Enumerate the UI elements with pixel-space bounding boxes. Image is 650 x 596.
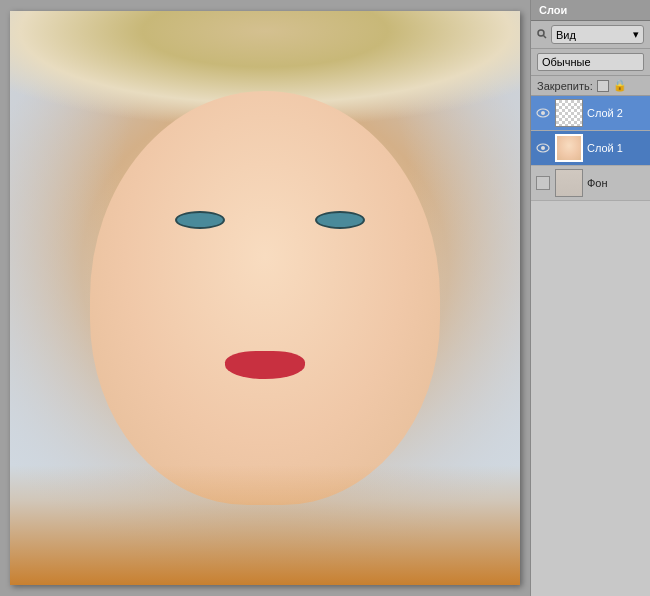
blend-mode-label: Обычные bbox=[542, 56, 591, 68]
search-dropdown-label: Вид bbox=[556, 29, 576, 41]
layers-panel: Слои Вид ▾ Обычные Закрепить: bbox=[531, 0, 650, 596]
svg-point-5 bbox=[541, 146, 545, 150]
fon-thumbnail bbox=[555, 169, 583, 197]
blend-mode-row: Обычные bbox=[531, 49, 650, 76]
layer2-name: Слой 2 bbox=[587, 107, 646, 119]
layer1-visibility[interactable] bbox=[535, 140, 551, 156]
fon-thumbnail-content bbox=[556, 170, 582, 196]
lock-icon: 🔒 bbox=[613, 79, 627, 92]
lock-row: Закрепить: 🔒 bbox=[531, 76, 650, 96]
search-dropdown[interactable]: Вид ▾ bbox=[551, 25, 644, 44]
panel-title: Слои bbox=[539, 4, 567, 16]
layer-item-layer1[interactable]: Слой 1 bbox=[531, 131, 650, 166]
eye-left bbox=[175, 211, 225, 229]
fon-name: Фон bbox=[587, 177, 646, 189]
panel-header: Слои bbox=[531, 0, 650, 21]
face-skin bbox=[90, 91, 440, 505]
svg-point-3 bbox=[541, 111, 545, 115]
fon-visibility[interactable] bbox=[535, 175, 551, 191]
lock-checkbox[interactable] bbox=[597, 80, 609, 92]
layer2-visibility[interactable] bbox=[535, 105, 551, 121]
layer1-thumbnail bbox=[555, 134, 583, 162]
lips bbox=[225, 351, 305, 379]
right-panel: Слои Вид ▾ Обычные Закрепить: bbox=[530, 0, 650, 596]
svg-line-1 bbox=[544, 35, 547, 38]
eye-right bbox=[315, 211, 365, 229]
layer2-thumbnail-checker bbox=[556, 100, 582, 126]
svg-point-0 bbox=[538, 30, 544, 36]
lock-label: Закрепить: bbox=[537, 80, 593, 92]
layer1-name: Слой 1 bbox=[587, 142, 646, 154]
layer-item-fon[interactable]: Фон bbox=[531, 166, 650, 201]
blend-mode-select[interactable]: Обычные bbox=[537, 53, 644, 71]
panel-search-row: Вид ▾ bbox=[531, 21, 650, 49]
layer-item-layer2[interactable]: Слой 2 bbox=[531, 96, 650, 131]
canvas-area bbox=[0, 0, 530, 596]
layer2-thumbnail bbox=[555, 99, 583, 127]
chevron-down-icon: ▾ bbox=[633, 28, 639, 41]
search-icon bbox=[537, 29, 547, 41]
layer1-thumbnail-content bbox=[557, 136, 581, 160]
shoulder-area bbox=[10, 465, 520, 585]
layers-list: Слой 2 Слой 1 bbox=[531, 96, 650, 596]
canvas-image bbox=[10, 11, 520, 585]
